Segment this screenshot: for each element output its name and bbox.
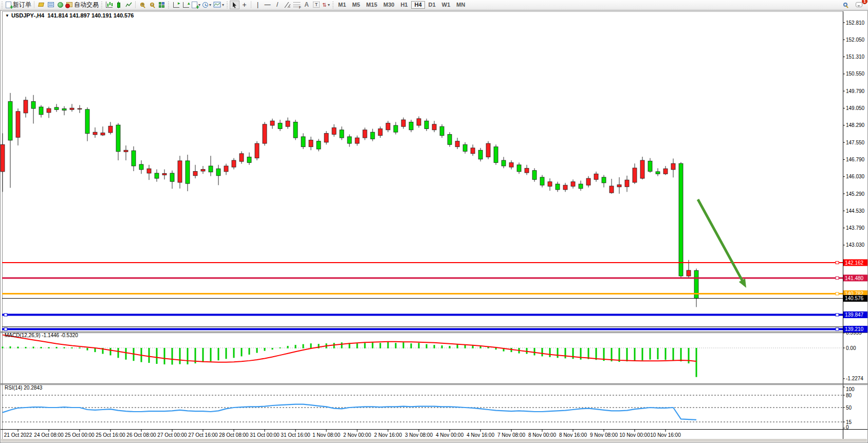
candle-body: [656, 172, 660, 174]
hline-price-box-label: 142.162: [845, 260, 864, 266]
fibonacci-tool-button[interactable]: [292, 1, 302, 9]
candle-body: [371, 132, 375, 139]
tile-windows-button[interactable]: [157, 1, 167, 9]
new-chart-button[interactable]: ▾: [191, 1, 201, 9]
properties-icon: [38, 3, 44, 7]
text-tool-button[interactable]: A: [302, 1, 311, 9]
search-button[interactable]: [840, 1, 850, 9]
chart-plot: 152.810152.050151.310150.550149.790149.0…: [0, 0, 868, 443]
autotrade-label: 自动交易: [74, 1, 99, 9]
date-label: 25 Oct 00:00: [65, 432, 95, 438]
candle-body: [232, 160, 236, 167]
date-label: 31 Oct 00:00: [250, 432, 280, 438]
candle-body: [78, 108, 82, 109]
macd-scale-label: 0.00: [846, 345, 856, 351]
date-label: 9 Nov 08:00: [590, 432, 618, 438]
candle-body: [39, 107, 43, 115]
candle-body: [586, 178, 590, 185]
text-label-tool-button[interactable]: T: [311, 1, 321, 9]
candle-body: [602, 177, 606, 183]
hline-handle[interactable]: [4, 313, 7, 316]
vertical-line-tool-button[interactable]: |: [253, 1, 263, 9]
market-watch-button[interactable]: [46, 1, 56, 9]
date-label: 28 Oct 08:00: [219, 432, 249, 438]
symbol-dropdown-icon[interactable]: ▼: [5, 13, 9, 18]
candle-body: [24, 100, 28, 113]
price-tick-label: 151.310: [846, 54, 865, 60]
candle-body: [239, 154, 244, 161]
trendline-tool-button[interactable]: /: [272, 1, 282, 9]
hline-handle[interactable]: [836, 292, 839, 295]
tile-windows-icon: [159, 2, 165, 8]
candle-body: [455, 141, 459, 147]
crosshair-tool-button[interactable]: +: [239, 1, 249, 9]
candle-body: [663, 169, 668, 174]
candle-body: [363, 130, 367, 138]
line-chart-button[interactable]: [124, 1, 134, 9]
auto-scroll-button[interactable]: [171, 1, 181, 9]
horizontal-line-icon: —: [265, 1, 271, 8]
rsi-scale-label: 80: [846, 393, 852, 398]
trend-arrow-line[interactable]: [698, 199, 744, 283]
candle-body: [355, 138, 359, 143]
bar-chart-button[interactable]: [104, 1, 114, 9]
hline-handle[interactable]: [4, 328, 7, 330]
autotrade-button[interactable]: 自动交易: [65, 1, 100, 9]
candle-body: [124, 150, 128, 152]
channel-tool-button[interactable]: [282, 1, 292, 9]
notifications-button[interactable]: 1: [854, 1, 864, 9]
timeframe-button-w1[interactable]: W1: [439, 1, 453, 9]
candle-body: [116, 125, 120, 152]
zoom-in-button[interactable]: +: [137, 1, 147, 9]
period-button[interactable]: ▾: [201, 1, 212, 9]
trading-terminal: 新订单 自动交易 + – ▾ ▾ ▾ +: [0, 0, 868, 443]
arrows-tool-button[interactable]: ⇅▾: [321, 1, 331, 9]
candle-body: [378, 129, 382, 136]
new-order-button[interactable]: 新订单: [5, 1, 32, 9]
macd-indicator-label: MACD(12,26,9) -1.1446 -0.5320: [5, 333, 78, 338]
dropdown-arrow-icon: ▾: [328, 3, 330, 7]
timeframe-button-h1[interactable]: H1: [398, 1, 410, 9]
candle-body: [556, 184, 560, 190]
zoom-out-button[interactable]: –: [147, 1, 157, 9]
horizontal-line-tool-button[interactable]: —: [263, 1, 272, 9]
chart-shift-button[interactable]: [181, 1, 191, 9]
candle-body: [16, 112, 20, 137]
hline-handle[interactable]: [836, 276, 839, 279]
timeframe-button-m1[interactable]: M1: [336, 1, 348, 9]
price-tick-label: 147.550: [846, 140, 865, 145]
hline-handle[interactable]: [836, 328, 839, 330]
new-order-label: 新订单: [13, 1, 31, 9]
bottom-status-strip: [1, 439, 867, 442]
candle-body: [278, 123, 282, 129]
timeframe-button-mn[interactable]: MN: [454, 1, 468, 9]
cursor-tool-button[interactable]: [230, 1, 239, 9]
price-tick-label: 143.030: [846, 242, 865, 248]
price-tick-label: 152.050: [846, 37, 865, 43]
chart-properties-button[interactable]: [36, 1, 46, 9]
candle-body: [93, 132, 97, 135]
template-button[interactable]: ▾: [212, 1, 225, 9]
price-tick-label: 146.030: [846, 174, 865, 179]
timeframe-button-h4[interactable]: H4: [411, 1, 424, 9]
timeframe-button-m5[interactable]: M5: [349, 1, 362, 9]
hline-handle[interactable]: [836, 262, 839, 264]
candle-body: [8, 102, 12, 140]
chart-shift-icon: [183, 2, 189, 8]
candle-body: [186, 161, 190, 183]
timeframe-button-m30[interactable]: M30: [381, 1, 397, 9]
candle-body: [532, 171, 537, 180]
navigator-button[interactable]: [56, 1, 65, 9]
price-tick-label: 149.790: [846, 88, 865, 94]
date-label: 27 Oct 00:00: [157, 432, 187, 438]
timeframe-button-d1[interactable]: D1: [426, 1, 438, 9]
vertical-line-icon: |: [257, 1, 258, 8]
candlestick-chart-button[interactable]: [114, 1, 124, 9]
hline-handle[interactable]: [836, 313, 839, 316]
candle-body: [448, 135, 452, 145]
toolbar-separator: [34, 1, 34, 8]
timeframe-button-m15[interactable]: M15: [364, 1, 380, 9]
toolbar-right-icons: 1: [840, 1, 864, 9]
candle-body: [301, 137, 305, 147]
candle-body: [247, 157, 251, 162]
